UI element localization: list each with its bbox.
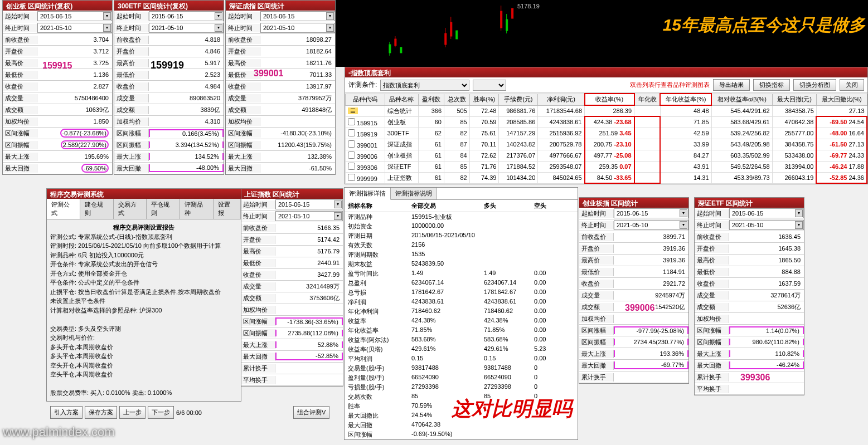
col-header[interactable]: 手续费(元): [499, 94, 538, 105]
dropdown-icon[interactable]: ▾: [103, 12, 111, 20]
detail-row: 区间涨幅-0.69(-19.50%): [345, 430, 578, 439]
stat-row: 区间振幅3.394(134.52%): [114, 139, 224, 151]
date-input[interactable]: [729, 208, 804, 218]
date-input[interactable]: [729, 220, 804, 230]
detail-header: 指标名称 全部交易 多头 空头: [345, 200, 578, 212]
close-button[interactable]: 关闭: [840, 79, 864, 91]
combo-eval-btn[interactable]: 组合评测V: [293, 406, 329, 419]
stat-label: 平均换手: [241, 376, 275, 384]
row-check[interactable]: [348, 129, 355, 136]
col-header[interactable]: 年化收益率(%): [660, 94, 711, 105]
table-row[interactable]: 999999上证指数618274.39101434.20845024.6584.…: [346, 172, 867, 183]
dropdown-icon[interactable]: ▾: [334, 212, 342, 220]
next-btn[interactable]: 下一步: [148, 406, 174, 419]
col-header[interactable]: 年化收: [634, 94, 661, 105]
prev-btn[interactable]: 上一步: [119, 406, 146, 419]
dropdown-icon[interactable]: ▾: [795, 209, 803, 217]
dropdown-icon[interactable]: ▾: [680, 221, 687, 229]
stat-value: 3919.36: [614, 245, 688, 252]
stat-label: 前收盘价: [695, 233, 729, 241]
date-input[interactable]: [614, 208, 688, 218]
detail-row: 年化收益率71.85%71.85%0.00: [345, 326, 578, 335]
import-btn[interactable]: 引入方案: [50, 406, 83, 419]
date-input[interactable]: [614, 220, 688, 230]
stat-label: 收盘价: [226, 82, 260, 91]
stat-value: 3899.71: [614, 233, 688, 240]
row-check[interactable]: [348, 140, 355, 148]
col-header[interactable]: 净利润(元): [538, 94, 585, 105]
dropdown-icon[interactable]: ▾: [326, 24, 334, 32]
export-button[interactable]: 导出结果: [713, 79, 750, 91]
row-check[interactable]: [348, 118, 355, 125]
stat-row: 开盘价3.712: [3, 46, 112, 57]
date-input[interactable]: [37, 23, 112, 33]
tab-explain[interactable]: 评测指标说明: [391, 188, 437, 199]
col-header[interactable]: 最大回撤比(%): [816, 94, 867, 105]
detail-row: 评测周期数1535: [345, 250, 578, 260]
stat-label: 加权均价: [114, 118, 149, 126]
stat-row: 收盘价1637.59: [695, 278, 804, 290]
dropdown-icon[interactable]: ▾: [103, 24, 111, 32]
col-header[interactable]: 胜率(%): [469, 94, 499, 105]
table-row[interactable]: 399306深证ETF618571.76171884.522593548.072…: [346, 161, 867, 172]
date-input[interactable]: [260, 23, 335, 33]
stat-label: 成交额: [579, 303, 614, 311]
eval-hint: 双击列表行查看品种评测图表: [630, 81, 710, 89]
date-input[interactable]: [275, 211, 343, 221]
date-input[interactable]: [149, 11, 224, 21]
sys-line: 交易时机与价位:: [50, 333, 237, 343]
stat-row: 收盘价13917.97: [226, 81, 335, 92]
row-check[interactable]: [348, 151, 355, 159]
date-input[interactable]: [37, 11, 112, 21]
col-header[interactable]: 品种名称: [385, 94, 419, 105]
eval-data-table[interactable]: 品种代码品种名称盈利数总次数胜率(%)手续费(元)净利润(元)收益率(%)年化收…: [345, 93, 867, 184]
stat-value: 2734.45(230.77%): [614, 339, 688, 345]
svg-rect-5: [445, 33, 447, 45]
stat-row: 终止时间▾: [226, 22, 335, 34]
sys-tab[interactable]: 设置报: [214, 199, 241, 219]
stat-label: 终止时间: [114, 24, 149, 32]
tab-detail[interactable]: 评测指标详情: [345, 188, 391, 200]
sys-tab[interactable]: 交易方式: [114, 199, 147, 219]
cond-select[interactable]: 指数顶底套利: [380, 80, 469, 91]
table-row[interactable]: ☰综合统计36650572.48986681.7617183544.68286.…: [346, 105, 867, 116]
col-header[interactable]: 最大回撤(元): [772, 94, 816, 105]
table-row[interactable]: 159915创业板608570.59208585.864243838.61424…: [346, 116, 867, 128]
date-input[interactable]: [260, 11, 335, 21]
date-input[interactable]: [275, 199, 343, 209]
col-header[interactable]: 盈利数: [419, 94, 444, 105]
stat-label: 成交额: [3, 106, 37, 114]
col-header[interactable]: 收益率(%): [585, 94, 634, 105]
switch-chart-button[interactable]: 切换分析图: [793, 79, 836, 91]
stat-label: 最大上涨: [226, 153, 260, 161]
panel-title: 上证指数 区间统计: [241, 189, 343, 199]
stat-value: 2.523: [149, 71, 224, 78]
table-row[interactable]: 399001深证成指618770.11140243.822007529.7820…: [346, 139, 867, 150]
switch-ind-button[interactable]: 切换指标: [753, 79, 790, 91]
cond-select-2[interactable]: [473, 80, 506, 91]
stat-row: 成交量32414499万: [241, 281, 343, 292]
panel-title: 300ETF 区间统计(复权): [114, 1, 224, 11]
stat-value: 11200.43(159.75%): [260, 141, 335, 148]
col-header[interactable]: 品种代码: [346, 94, 385, 105]
sys-tab[interactable]: 建仓规则: [80, 199, 114, 219]
table-row[interactable]: 399006创业板指618472.62217376.074977666.6749…: [346, 150, 867, 161]
col-header[interactable]: 相对收益率α/β(%): [711, 94, 772, 105]
stat-value: 18211.76: [260, 60, 335, 66]
sys-tab[interactable]: 平仓规则: [147, 199, 180, 219]
row-check[interactable]: [348, 163, 355, 170]
dropdown-icon[interactable]: ▾: [680, 209, 687, 217]
save-btn[interactable]: 保存方案: [85, 406, 117, 419]
dropdown-icon[interactable]: ▾: [215, 24, 222, 32]
sys-tab[interactable]: 评测公式: [47, 199, 80, 219]
dropdown-icon[interactable]: ▾: [334, 201, 342, 208]
col-header[interactable]: 总次数: [444, 94, 470, 105]
date-input[interactable]: [149, 23, 224, 33]
stat-label: 累计换手: [579, 373, 614, 382]
dropdown-icon[interactable]: ▾: [215, 12, 222, 20]
row-check[interactable]: [348, 174, 355, 181]
dropdown-icon[interactable]: ▾: [326, 12, 334, 20]
sys-tab[interactable]: 评测品种: [180, 199, 214, 219]
dropdown-icon[interactable]: ▾: [795, 221, 803, 229]
table-row[interactable]: 159919300ETF628275.61147157.292515936.92…: [346, 128, 867, 139]
